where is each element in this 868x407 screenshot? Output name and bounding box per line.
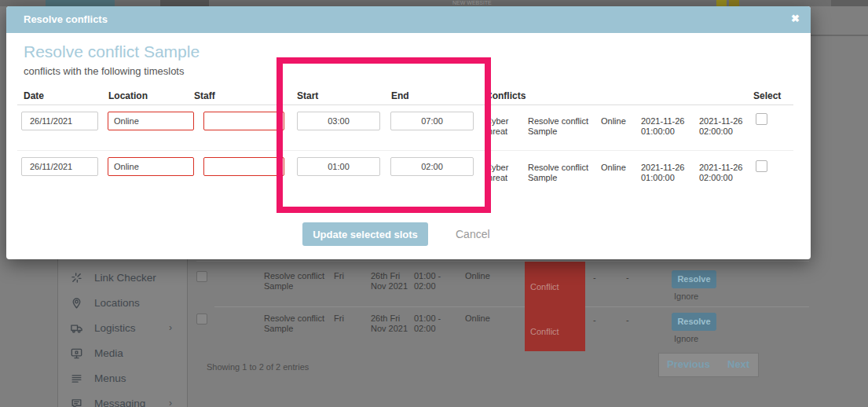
status-badge: Conflict [525,306,585,351]
topbar-fragment [716,0,727,6]
sidebar-item-locations[interactable]: Locations [58,295,187,314]
list-icon [70,372,83,385]
sidebar-item-menus[interactable]: Menus [58,370,187,389]
topbar-fragment [729,0,739,6]
ignore-link[interactable]: Ignore [674,334,698,343]
previous-button[interactable]: Previous [667,358,710,370]
pagination: Previous Next [658,353,759,377]
staff-input[interactable] [203,157,284,176]
sidebar-item-media[interactable]: Media [58,345,187,364]
conflict-start: 2021-11-26 01:00:00 [641,163,691,183]
sidebar: Link Checker Locations Logistics › Media [57,259,188,407]
close-icon[interactable]: ✖ [791,13,800,24]
col-header-conflicts: Conflicts [485,90,526,101]
conflict-start: 2021-11-26 01:00:00 [641,116,691,137]
topbar-fragment [46,0,115,6]
ignore-link[interactable]: Ignore [674,292,698,301]
row-divider [196,261,809,262]
chevron-right-icon: › [169,322,172,333]
conflict-end: 2021-11-26 02:00:00 [699,116,749,137]
sidebar-item-label: Media [94,347,123,359]
conflict-event: Resolve conflict Sample [528,163,597,183]
sidebar-item-label: Menus [94,372,126,384]
row-divider [214,306,809,307]
resolve-button[interactable]: Resolve [672,313,716,331]
col-header-date: Date [24,90,44,101]
cell-dash: - [626,315,629,325]
status-label: Conflict [530,327,559,336]
staff-input[interactable] [203,112,284,130]
modal-header: Resolve conflicts ✖ [6,6,811,33]
conflict-subheading: conflicts with the following timeslots [24,65,184,77]
event-day: Fri [334,271,344,281]
event-location: Online [465,271,490,281]
topbar-fragment [831,0,868,6]
chat-icon [70,397,83,407]
status-badge: Conflict [525,262,585,306]
conflict-location: Online [601,116,626,126]
col-header-select: Select [753,90,781,101]
resolve-button[interactable]: Resolve [672,270,716,288]
location-input[interactable] [108,112,194,130]
sidebar-item-label: Messaging [94,398,145,407]
truck-icon [70,321,83,335]
row-checkbox[interactable] [196,271,207,282]
sidebar-item-label: Locations [94,297,140,309]
map-pin-icon [70,296,83,310]
sidebar-item-logistics[interactable]: Logistics › [58,320,187,339]
topbar-label: NEW WEBSITE [452,0,523,6]
event-name: Resolve conflict Sample [264,271,328,292]
dimmed-topbar: NEW WEBSITE [0,0,868,6]
table-summary: Showing 1 to 2 of 2 entries [207,362,309,372]
chevron-right-icon: › [169,398,172,407]
col-header-location: Location [108,90,148,101]
broken-link-icon [70,271,83,284]
update-selected-slots-button[interactable]: Update selected slots [302,222,428,246]
event-location: Online [465,314,490,324]
event-time: 01:00 - 02:00 [414,314,452,334]
event-day: Fri [334,314,344,324]
row-checkbox[interactable] [196,314,207,324]
cell-dash: - [593,315,596,325]
event-date: 26th Fri Nov 2021 [371,314,415,334]
event-date: 26th Fri Nov 2021 [371,271,415,292]
sidebar-item-label: Link Checker [94,272,156,284]
date-input[interactable] [21,157,98,176]
col-header-staff: Staff [194,90,215,101]
next-button[interactable]: Next [727,358,749,370]
status-label: Conflict [530,282,559,292]
location-input[interactable] [108,157,194,176]
topbar-fragment [160,0,209,6]
sidebar-item-link-checker[interactable]: Link Checker [58,270,187,288]
annotation-highlight-box [277,57,491,213]
conflict-location: Online [601,163,626,173]
cell-dash: - [593,273,596,283]
cancel-button[interactable]: Cancel [456,228,490,240]
dimmed-header-edge [811,35,868,36]
conflict-event: Resolve conflict Sample [528,116,597,137]
sidebar-item-messaging[interactable]: Messaging › [58,395,187,407]
select-checkbox[interactable] [756,113,767,125]
event-name: Resolve conflict Sample [264,314,328,334]
monitor-icon [70,346,83,360]
screen: NEW WEBSITE Link Checker Locations Logis… [0,0,868,407]
modal-title: Resolve conflicts [24,13,108,25]
cell-dash: - [626,273,629,283]
conflict-heading: Resolve conflict Sample [24,42,200,61]
event-time: 01:00 - 02:00 [414,271,452,292]
select-checkbox[interactable] [756,160,767,172]
date-input[interactable] [21,112,98,130]
conflict-end: 2021-11-26 02:00:00 [699,163,749,183]
sidebar-item-label: Logistics [94,322,136,334]
